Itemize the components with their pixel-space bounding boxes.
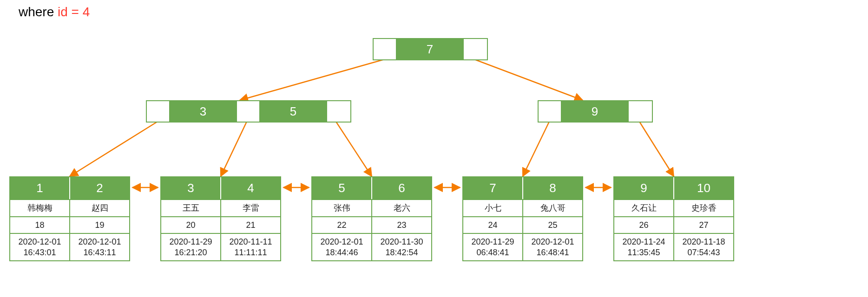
- leaf-time: 2020-12-0116:43:11: [70, 233, 129, 260]
- leaf-id: 6: [372, 177, 431, 199]
- leaf-id: 5: [312, 177, 372, 199]
- node-key: 9: [562, 101, 629, 122]
- svg-line-4: [336, 122, 372, 176]
- leaf-time: 2020-11-1111:11:11: [221, 233, 280, 260]
- leaf-age: 19: [70, 216, 129, 233]
- btree-leaf-node: 5 6 张伟老六 2223 2020-12-0118:44:462020-11-…: [311, 176, 432, 261]
- node-pointer: [629, 101, 652, 122]
- leaf-age: 26: [614, 216, 674, 233]
- leaf-time: 2020-11-2906:48:41: [463, 233, 523, 260]
- btree-internal-node: 9: [538, 100, 653, 123]
- leaf-link-gap: [432, 176, 462, 199]
- svg-line-6: [639, 122, 674, 176]
- svg-line-0: [240, 59, 384, 100]
- query-title: where id = 4: [19, 5, 90, 19]
- leaf-name: 李雷: [221, 199, 280, 216]
- node-pointer: [237, 101, 260, 122]
- leaf-time: 2020-11-2411:35:45: [614, 233, 674, 260]
- leaf-name: 史珍香: [674, 199, 733, 216]
- leaf-link-gap: [281, 176, 311, 199]
- leaf-time: 2020-12-0116:43:01: [10, 233, 70, 260]
- node-pointer: [464, 39, 487, 59]
- leaf-id: 9: [614, 177, 674, 199]
- node-key: 5: [260, 101, 327, 122]
- query-condition: id = 4: [58, 5, 90, 19]
- node-pointer: [147, 101, 170, 122]
- svg-line-2: [70, 122, 158, 176]
- leaf-id: 4: [221, 177, 280, 199]
- node-key: 7: [397, 39, 464, 59]
- leaf-time: 2020-11-1807:54:43: [674, 233, 733, 260]
- node-pointer: [374, 39, 397, 59]
- leaf-id: 2: [70, 177, 129, 199]
- leaf-name: 韩梅梅: [10, 199, 70, 216]
- leaf-age: 22: [312, 216, 372, 233]
- leaf-time: 2020-12-0116:48:41: [523, 233, 582, 260]
- leaf-id: 10: [674, 177, 733, 199]
- leaf-time: 2020-12-0118:44:46: [312, 233, 372, 260]
- btree-internal-node: 3 5: [146, 100, 351, 123]
- leaf-id: 8: [523, 177, 582, 199]
- btree-root-node: 7: [373, 38, 488, 60]
- btree-leaf-level: 1 2 韩梅梅赵四 1819 2020-12-0116:43:012020-12…: [9, 176, 734, 261]
- leaf-name: 久石让: [614, 199, 674, 216]
- leaf-name: 小七: [463, 199, 523, 216]
- btree-leaf-node: 9 10 久石让史珍香 2627 2020-11-2411:35:452020-…: [613, 176, 734, 261]
- leaf-name: 赵四: [70, 199, 129, 216]
- node-pointer: [539, 101, 562, 122]
- leaf-name: 兔八哥: [523, 199, 582, 216]
- leaf-name: 王五: [161, 199, 221, 216]
- leaf-age: 21: [221, 216, 280, 233]
- leaf-name: 张伟: [312, 199, 372, 216]
- btree-leaf-node: 3 4 王五李雷 2021 2020-11-2916:21:202020-11-…: [160, 176, 281, 261]
- leaf-link-gap: [583, 176, 613, 199]
- leaf-name: 老六: [372, 199, 431, 216]
- svg-line-3: [221, 122, 247, 176]
- query-prefix: where: [19, 5, 58, 19]
- svg-line-1: [474, 59, 583, 100]
- leaf-age: 20: [161, 216, 221, 233]
- leaf-age: 23: [372, 216, 431, 233]
- leaf-id: 7: [463, 177, 523, 199]
- leaf-link-gap: [130, 176, 160, 199]
- node-pointer: [327, 101, 350, 122]
- svg-line-5: [523, 122, 549, 176]
- leaf-time: 2020-11-2916:21:20: [161, 233, 221, 260]
- leaf-id: 3: [161, 177, 221, 199]
- btree-leaf-node: 1 2 韩梅梅赵四 1819 2020-12-0116:43:012020-12…: [9, 176, 130, 261]
- btree-leaf-node: 7 8 小七兔八哥 2425 2020-11-2906:48:412020-12…: [462, 176, 583, 261]
- node-key: 3: [170, 101, 237, 122]
- leaf-time: 2020-11-3018:42:54: [372, 233, 431, 260]
- leaf-age: 18: [10, 216, 70, 233]
- leaf-age: 25: [523, 216, 582, 233]
- leaf-age: 27: [674, 216, 733, 233]
- leaf-age: 24: [463, 216, 523, 233]
- leaf-id: 1: [10, 177, 70, 199]
